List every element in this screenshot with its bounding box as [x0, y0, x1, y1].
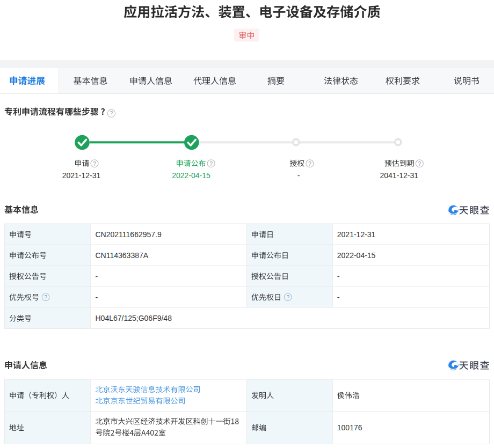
svg-text:2022-04-15: 2022-04-15 [337, 251, 376, 260]
svg-text:-: - [337, 272, 340, 281]
svg-text:?: ? [308, 160, 311, 167]
svg-text:100176: 100176 [337, 423, 362, 432]
svg-text:?: ? [209, 160, 213, 167]
svg-text:?: ? [93, 160, 96, 167]
svg-text:2021-12-31: 2021-12-31 [337, 230, 376, 239]
svg-text:CN114363387A: CN114363387A [96, 251, 149, 260]
svg-text:-: - [96, 293, 98, 302]
svg-text:?: ? [44, 294, 47, 300]
svg-text:2041-12-31: 2041-12-31 [380, 171, 418, 180]
svg-text:-: - [337, 293, 340, 302]
svg-text:-: - [297, 171, 300, 180]
svg-text:?: ? [110, 110, 113, 116]
svg-text:?: ? [286, 294, 289, 300]
svg-text:2022-04-15: 2022-04-15 [172, 171, 210, 180]
svg-text:-: - [96, 272, 98, 281]
svg-text:2021-12-31: 2021-12-31 [62, 171, 101, 180]
svg-text:H04L67/125;G06F9/48: H04L67/125;G06F9/48 [96, 314, 172, 322]
svg-text:?: ? [418, 160, 421, 167]
svg-text:CN202111662957.9: CN202111662957.9 [96, 230, 162, 239]
